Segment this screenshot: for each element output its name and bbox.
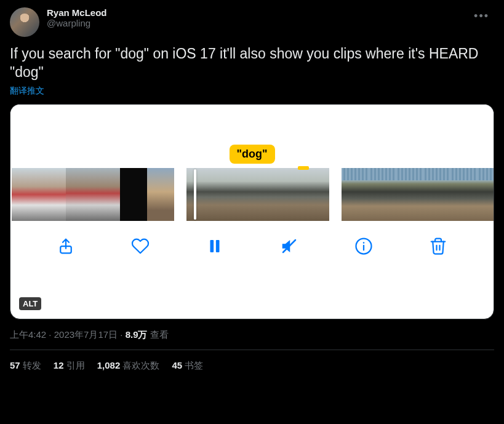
trash-icon[interactable] bbox=[428, 236, 448, 256]
heart-icon[interactable] bbox=[130, 236, 150, 256]
timeline-frame bbox=[186, 168, 222, 221]
clip-group[interactable] bbox=[12, 168, 174, 221]
timeline-frame bbox=[396, 168, 423, 221]
avatar[interactable] bbox=[10, 7, 39, 37]
svg-rect-2 bbox=[216, 240, 220, 252]
quotes-stat[interactable]: 12 引用 bbox=[54, 360, 85, 372]
share-icon[interactable] bbox=[56, 236, 76, 256]
views-label: 查看 bbox=[150, 329, 169, 340]
timeline-frame bbox=[147, 168, 174, 221]
timeline-frame bbox=[93, 168, 120, 221]
info-icon[interactable] bbox=[354, 236, 374, 256]
clip-group[interactable] bbox=[186, 168, 329, 221]
video-timeline[interactable] bbox=[10, 166, 494, 223]
timeline-frame bbox=[294, 168, 329, 221]
timeline-frame bbox=[120, 168, 147, 221]
mute-icon[interactable] bbox=[279, 236, 299, 256]
timeline-frame bbox=[369, 168, 396, 221]
timeline-frame bbox=[423, 168, 450, 221]
timeline-frame bbox=[66, 168, 93, 221]
timeline-frame bbox=[12, 168, 39, 221]
bookmarks-stat[interactable]: 45 书签 bbox=[172, 360, 203, 372]
playhead[interactable] bbox=[194, 169, 196, 220]
tweet-time[interactable]: 上午4:42 bbox=[10, 329, 46, 340]
timeline-frame bbox=[477, 168, 494, 221]
alt-badge[interactable]: ALT bbox=[19, 297, 41, 310]
clip-group[interactable] bbox=[342, 168, 494, 221]
more-icon[interactable]: ••• bbox=[469, 7, 494, 25]
media-toolbar bbox=[10, 223, 494, 267]
likes-stat[interactable]: 1,082 喜欢次数 bbox=[97, 360, 160, 372]
timeline-frame bbox=[342, 168, 369, 221]
svg-rect-1 bbox=[210, 240, 214, 252]
views-count: 8.9万 bbox=[126, 329, 148, 340]
caption-highlight: "dog" bbox=[229, 145, 274, 164]
timeline-frame bbox=[450, 168, 477, 221]
media-attachment[interactable]: "dog" bbox=[10, 104, 494, 319]
media-top-area: "dog" bbox=[10, 105, 494, 166]
tweet-text: If you search for "dog" on iOS 17 it'll … bbox=[10, 44, 494, 81]
tweet-container: Ryan McLeod @warpling ••• If you search … bbox=[0, 0, 504, 382]
timeline-frame bbox=[222, 168, 258, 221]
tweet-date[interactable]: 2023年7月17日 bbox=[54, 329, 118, 340]
timeline-frame bbox=[39, 168, 66, 221]
display-name[interactable]: Ryan McLeod bbox=[47, 7, 462, 18]
timeline-frame bbox=[258, 168, 294, 221]
user-handle[interactable]: @warpling bbox=[47, 18, 462, 28]
user-info: Ryan McLeod @warpling bbox=[47, 7, 462, 28]
tweet-header: Ryan McLeod @warpling ••• bbox=[10, 7, 494, 37]
timeline-marker bbox=[298, 166, 309, 170]
translate-link[interactable]: 翻译推文 bbox=[10, 86, 44, 97]
pause-icon[interactable] bbox=[205, 236, 225, 256]
svg-point-6 bbox=[362, 242, 364, 244]
retweets-stat[interactable]: 57 转发 bbox=[10, 360, 41, 372]
tweet-stats: 57 转发 12 引用 1,082 喜欢次数 45 书签 bbox=[10, 350, 494, 382]
tweet-meta: 上午4:42 · 2023年7月17日 · 8.9万 查看 bbox=[10, 329, 494, 350]
